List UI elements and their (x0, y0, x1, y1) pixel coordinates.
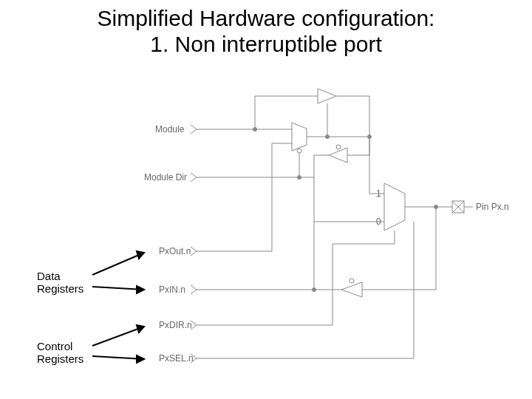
annotation-arrows (0, 0, 532, 399)
svg-marker-55 (137, 325, 144, 332)
svg-line-50 (92, 253, 144, 275)
svg-marker-51 (137, 251, 144, 259)
svg-line-54 (92, 327, 144, 346)
svg-marker-57 (137, 355, 144, 363)
svg-marker-53 (137, 286, 144, 293)
